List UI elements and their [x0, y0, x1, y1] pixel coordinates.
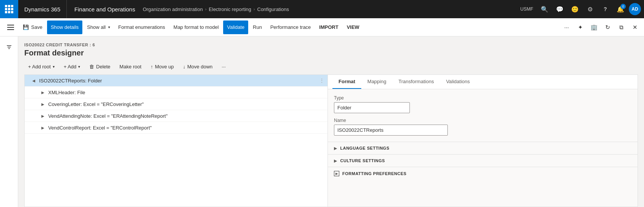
culture-settings-header[interactable]: ▶ CULTURE SETTINGS	[334, 158, 631, 163]
breadcrumb-item-1[interactable]: Organization administration	[143, 6, 203, 12]
show-all-label: Show all	[87, 24, 105, 30]
formatting-preferences-section: ▶ FORMATTING PREFERENCES	[328, 167, 638, 180]
tree-item-covering[interactable]: ▶ CoveringLetter: Excel = "ERCoveringLet…	[25, 98, 328, 110]
ham-line-3	[7, 29, 14, 30]
add-chevron: ▾	[78, 65, 80, 69]
view-button[interactable]: VIEW	[343, 21, 363, 34]
tree-item-xmlheader[interactable]: ▶ XMLHeader: File	[25, 87, 328, 98]
tree-item-vendcontrol[interactable]: ▶ VendControlReport: Excel = "ERControlR…	[25, 122, 328, 134]
formatting-preferences-header[interactable]: ▶ FORMATTING PREFERENCES	[334, 171, 631, 176]
page-title: Format designer	[24, 49, 638, 57]
left-sidebar	[0, 36, 18, 207]
page-breadcrumb: ISO20022 CREDIT TRANSFER : 6	[24, 43, 638, 47]
make-root-button[interactable]: Make root	[116, 62, 145, 71]
culture-chevron-icon: ▶	[334, 159, 337, 163]
filter-icon[interactable]	[2, 40, 17, 55]
tab-validations[interactable]: Validations	[440, 75, 476, 89]
cross-puzzle-icon[interactable]: ✦	[574, 21, 586, 33]
waffle-button[interactable]	[0, 0, 18, 18]
ribbon-right-actions: ··· ✦ 🏢 ↻ ⧉ ✕	[561, 21, 641, 33]
show-all-button[interactable]: Show all ▾	[83, 21, 113, 34]
emoji-button[interactable]: 🙂	[568, 2, 582, 16]
validate-button[interactable]: Validate	[223, 21, 248, 34]
content-area: ISO20022 CREDIT TRANSFER : 6 Format desi…	[18, 36, 644, 207]
add-root-chevron: ▾	[53, 65, 55, 69]
tree-item-root-label: ISO20022CTReports: Folder	[39, 78, 102, 84]
main-layout: ISO20022 CREDIT TRANSFER : 6 Format desi…	[0, 36, 644, 207]
language-settings-label: LANGUAGE SETTINGS	[340, 146, 390, 150]
show-details-label: Show details	[51, 24, 79, 30]
office-icon[interactable]: 🏢	[588, 21, 600, 33]
notification-button[interactable]: 🔔 0	[614, 2, 627, 16]
formatting-chevron-icon: ▶	[334, 171, 339, 176]
name-field: Name	[334, 118, 631, 136]
language-chevron-icon: ▶	[334, 146, 337, 150]
add-root-button[interactable]: + Add root ▾	[24, 62, 58, 71]
refresh-button[interactable]: ↻	[601, 21, 614, 33]
format-enumerations-button[interactable]: Format enumerations	[115, 21, 169, 34]
save-icon: 💾	[23, 24, 29, 30]
app-name: Finance and Operations	[67, 6, 143, 13]
tree-item-vendcontrol-label: VendControlReport: Excel = "ERControlRep…	[48, 125, 152, 131]
move-up-button[interactable]: ↑ Move up	[147, 62, 178, 71]
help-button[interactable]: ?	[598, 2, 612, 16]
tree-expand-covering[interactable]: ▶	[40, 101, 46, 107]
waffle-icon	[5, 5, 13, 13]
add-button[interactable]: + Add ▾	[60, 62, 84, 71]
tree-expand-xmlheader[interactable]: ▶	[40, 89, 46, 95]
move-down-button[interactable]: ↓ Move down	[179, 62, 216, 71]
move-up-icon: ↑	[151, 64, 153, 70]
show-all-chevron: ▾	[108, 25, 110, 29]
tab-transformations[interactable]: Transformations	[392, 75, 440, 89]
map-format-to-model-button[interactable]: Map format to model	[170, 21, 222, 34]
type-label: Type	[334, 95, 631, 101]
move-down-icon: ↓	[183, 64, 186, 70]
delete-button[interactable]: 🗑 Delete	[85, 62, 114, 71]
ham-line-1	[7, 25, 14, 25]
tree-item-xmlheader-label: XMLHeader: File	[48, 90, 85, 95]
user-avatar[interactable]: AD	[629, 3, 641, 15]
chat-button[interactable]: 💬	[553, 2, 567, 16]
tree-item-vendattending-label: VendAttendingNote: Excel = "ERAttendingN…	[48, 113, 168, 119]
run-button[interactable]: Run	[249, 21, 266, 34]
close-button[interactable]: ✕	[629, 21, 641, 33]
add-root-label: + Add root	[28, 64, 51, 70]
more-options-button[interactable]: ···	[218, 62, 230, 71]
two-panel: ◀ ISO20022CTReports: Folder ⋮ ▶ XMLHeade…	[24, 74, 638, 207]
more-button[interactable]: ···	[561, 21, 573, 33]
add-label: + Add	[64, 64, 77, 70]
notification-icon: 🔔	[614, 2, 627, 16]
name-input[interactable]	[334, 125, 448, 136]
tab-format[interactable]: Format	[332, 75, 361, 89]
save-button[interactable]: 💾 Save	[19, 21, 46, 34]
language-settings-header[interactable]: ▶ LANGUAGE SETTINGS	[334, 146, 631, 150]
breadcrumb-item-3[interactable]: Configurations	[257, 6, 289, 12]
culture-settings-label: CULTURE SETTINGS	[340, 158, 385, 163]
panel-tabs: Format Mapping Transformations Validatio…	[328, 75, 638, 89]
tab-mapping[interactable]: Mapping	[361, 75, 392, 89]
culture-settings-section: ▶ CULTURE SETTINGS	[328, 154, 638, 167]
tree-item-root[interactable]: ◀ ISO20022CTReports: Folder ⋮	[25, 75, 328, 87]
hamburger-menu[interactable]	[3, 20, 18, 35]
type-input[interactable]	[334, 102, 410, 113]
breadcrumb: Organization administration › Electronic…	[143, 6, 517, 12]
tree-expand-vendattending[interactable]: ▶	[40, 113, 46, 119]
nav-actions: USMF 🔍 💬 🙂 ⚙ ? 🔔 0 AD	[517, 2, 644, 16]
user-tag: USMF	[517, 6, 536, 12]
breadcrumb-item-2[interactable]: Electronic reporting	[209, 6, 251, 12]
search-button[interactable]: 🔍	[538, 2, 551, 16]
new-window-button[interactable]: ⧉	[615, 21, 627, 33]
tree-expand-root[interactable]: ◀	[31, 77, 37, 84]
tree-expand-vendcontrol[interactable]: ▶	[40, 125, 46, 131]
tree-item-vendattending[interactable]: ▶ VendAttendingNote: Excel = "ERAttendin…	[25, 110, 328, 122]
show-details-button[interactable]: Show details	[47, 21, 83, 34]
ribbon: 💾 Save Show details Show all ▾ Format en…	[0, 18, 644, 36]
import-button[interactable]: IMPORT	[315, 21, 342, 34]
designer-toolbar: + Add root ▾ + Add ▾ 🗑 Delete Make root …	[24, 62, 638, 71]
language-settings-section: ▶ LANGUAGE SETTINGS	[328, 142, 638, 154]
formatting-preferences-label: FORMATTING PREFERENCES	[342, 171, 406, 176]
notification-badge: 0	[620, 4, 626, 9]
performance-trace-button[interactable]: Performance trace	[266, 21, 315, 34]
settings-button[interactable]: ⚙	[583, 2, 597, 16]
drag-handle: ⋮	[319, 77, 324, 84]
